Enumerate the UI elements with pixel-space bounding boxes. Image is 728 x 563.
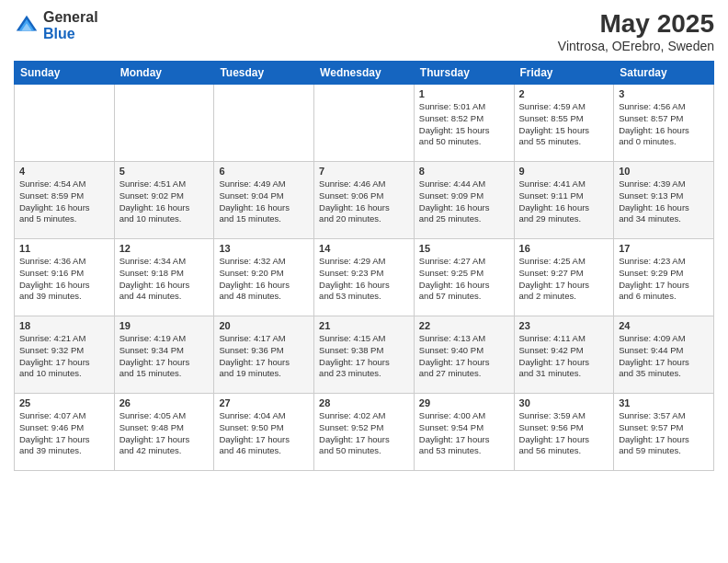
day-info: Sunrise: 4:04 AM Sunset: 9:50 PM Dayligh… [219,410,309,457]
day-info: Sunrise: 3:59 AM Sunset: 9:56 PM Dayligh… [519,410,609,457]
day-number: 2 [519,88,609,99]
calendar-cell-w1-d4: 1Sunrise: 5:01 AM Sunset: 8:52 PM Daylig… [414,85,514,162]
calendar-cell-w2-d1: 5Sunrise: 4:51 AM Sunset: 9:02 PM Daylig… [114,162,214,239]
calendar-cell-w1-d6: 3Sunrise: 4:56 AM Sunset: 8:57 PM Daylig… [614,85,714,162]
calendar-cell-w3-d3: 14Sunrise: 4:29 AM Sunset: 9:23 PM Dayli… [314,239,415,316]
day-number: 20 [219,320,309,331]
calendar-cell-w4-d5: 23Sunrise: 4:11 AM Sunset: 9:42 PM Dayli… [514,316,614,394]
day-info: Sunrise: 4:15 AM Sunset: 9:38 PM Dayligh… [319,333,409,380]
header: General Blue May 2025 Vintrosa, OErebro,… [14,9,714,53]
calendar-cell-w2-d4: 8Sunrise: 4:44 AM Sunset: 9:09 PM Daylig… [414,162,514,239]
day-info: Sunrise: 4:02 AM Sunset: 9:52 PM Dayligh… [319,410,409,457]
day-number: 15 [419,243,509,254]
calendar-page: General Blue May 2025 Vintrosa, OErebro,… [0,0,728,563]
calendar-cell-w5-d4: 29Sunrise: 4:00 AM Sunset: 9:54 PM Dayli… [414,394,514,471]
header-saturday: Saturday [614,62,714,85]
day-number: 30 [519,397,609,408]
day-number: 19 [119,320,210,331]
week-row-5: 25Sunrise: 4:07 AM Sunset: 9:46 PM Dayli… [15,394,714,471]
day-info: Sunrise: 4:21 AM Sunset: 9:32 PM Dayligh… [19,333,109,380]
calendar-cell-w2-d0: 4Sunrise: 4:54 AM Sunset: 8:59 PM Daylig… [15,162,115,239]
calendar-cell-w2-d3: 7Sunrise: 4:46 AM Sunset: 9:06 PM Daylig… [314,162,415,239]
day-info: Sunrise: 4:39 AM Sunset: 9:13 PM Dayligh… [619,178,709,225]
day-info: Sunrise: 4:17 AM Sunset: 9:36 PM Dayligh… [219,333,309,380]
day-info: Sunrise: 4:07 AM Sunset: 9:46 PM Dayligh… [19,410,109,457]
header-tuesday: Tuesday [214,62,314,85]
calendar-cell-w5-d6: 31Sunrise: 3:57 AM Sunset: 9:57 PM Dayli… [614,394,714,471]
header-friday: Friday [514,62,614,85]
day-number: 11 [19,243,109,254]
calendar-cell-w5-d2: 27Sunrise: 4:04 AM Sunset: 9:50 PM Dayli… [214,394,314,471]
calendar-title: May 2025 [558,9,714,39]
logo-general: General [43,9,98,26]
logo: General Blue [14,9,98,41]
calendar-cell-w5-d0: 25Sunrise: 4:07 AM Sunset: 9:46 PM Dayli… [15,394,115,471]
day-number: 16 [519,243,609,254]
day-info: Sunrise: 4:27 AM Sunset: 9:25 PM Dayligh… [419,256,509,303]
calendar-cell-w4-d3: 21Sunrise: 4:15 AM Sunset: 9:38 PM Dayli… [314,316,415,394]
day-info: Sunrise: 4:11 AM Sunset: 9:42 PM Dayligh… [519,333,609,380]
logo-icon [14,13,40,39]
day-info: Sunrise: 4:13 AM Sunset: 9:40 PM Dayligh… [419,333,509,380]
day-info: Sunrise: 4:00 AM Sunset: 9:54 PM Dayligh… [419,410,509,457]
calendar-cell-w1-d3 [314,85,415,162]
calendar-cell-w5-d3: 28Sunrise: 4:02 AM Sunset: 9:52 PM Dayli… [314,394,415,471]
day-info: Sunrise: 5:01 AM Sunset: 8:52 PM Dayligh… [419,101,509,148]
day-number: 17 [619,243,709,254]
day-number: 25 [19,397,109,408]
day-number: 9 [519,166,609,177]
day-info: Sunrise: 4:36 AM Sunset: 9:16 PM Dayligh… [19,256,109,303]
day-number: 23 [519,320,609,331]
week-row-2: 4Sunrise: 4:54 AM Sunset: 8:59 PM Daylig… [15,162,714,239]
calendar-cell-w3-d5: 16Sunrise: 4:25 AM Sunset: 9:27 PM Dayli… [514,239,614,316]
calendar-cell-w2-d6: 10Sunrise: 4:39 AM Sunset: 9:13 PM Dayli… [614,162,714,239]
day-info: Sunrise: 4:29 AM Sunset: 9:23 PM Dayligh… [319,256,409,303]
day-number: 21 [319,320,409,331]
day-number: 3 [619,88,709,99]
day-number: 4 [19,166,109,177]
week-row-4: 18Sunrise: 4:21 AM Sunset: 9:32 PM Dayli… [15,316,714,394]
day-number: 28 [319,397,409,408]
day-info: Sunrise: 4:32 AM Sunset: 9:20 PM Dayligh… [219,256,309,303]
calendar-cell-w2-d2: 6Sunrise: 4:49 AM Sunset: 9:04 PM Daylig… [214,162,314,239]
day-info: Sunrise: 4:23 AM Sunset: 9:29 PM Dayligh… [619,256,709,303]
day-number: 5 [119,166,210,177]
calendar-cell-w5-d1: 26Sunrise: 4:05 AM Sunset: 9:48 PM Dayli… [114,394,214,471]
day-info: Sunrise: 4:19 AM Sunset: 9:34 PM Dayligh… [119,333,210,380]
calendar-cell-w1-d2 [214,85,314,162]
day-number: 6 [219,166,309,177]
calendar-subtitle: Vintrosa, OErebro, Sweden [558,39,714,53]
title-block: May 2025 Vintrosa, OErebro, Sweden [558,9,714,53]
day-number: 10 [619,166,709,177]
day-info: Sunrise: 4:56 AM Sunset: 8:57 PM Dayligh… [619,101,709,148]
logo-blue: Blue [43,26,98,42]
calendar-cell-w4-d4: 22Sunrise: 4:13 AM Sunset: 9:40 PM Dayli… [414,316,514,394]
calendar-cell-w5-d5: 30Sunrise: 3:59 AM Sunset: 9:56 PM Dayli… [514,394,614,471]
day-number: 24 [619,320,709,331]
calendar-cell-w3-d4: 15Sunrise: 4:27 AM Sunset: 9:25 PM Dayli… [414,239,514,316]
header-wednesday: Wednesday [314,62,415,85]
day-number: 31 [619,397,709,408]
header-monday: Monday [114,62,214,85]
day-info: Sunrise: 4:59 AM Sunset: 8:55 PM Dayligh… [519,101,609,148]
calendar-cell-w4-d2: 20Sunrise: 4:17 AM Sunset: 9:36 PM Dayli… [214,316,314,394]
day-number: 12 [119,243,210,254]
calendar-cell-w4-d0: 18Sunrise: 4:21 AM Sunset: 9:32 PM Dayli… [15,316,115,394]
day-info: Sunrise: 4:09 AM Sunset: 9:44 PM Dayligh… [619,333,709,380]
day-info: Sunrise: 4:34 AM Sunset: 9:18 PM Dayligh… [119,256,210,303]
calendar-cell-w3-d2: 13Sunrise: 4:32 AM Sunset: 9:20 PM Dayli… [214,239,314,316]
calendar-table: Sunday Monday Tuesday Wednesday Thursday… [14,61,714,471]
header-sunday: Sunday [15,62,115,85]
day-info: Sunrise: 4:46 AM Sunset: 9:06 PM Dayligh… [319,178,409,225]
week-row-3: 11Sunrise: 4:36 AM Sunset: 9:16 PM Dayli… [15,239,714,316]
day-info: Sunrise: 4:05 AM Sunset: 9:48 PM Dayligh… [119,410,210,457]
day-number: 13 [219,243,309,254]
day-number: 27 [219,397,309,408]
day-info: Sunrise: 4:25 AM Sunset: 9:27 PM Dayligh… [519,256,609,303]
calendar-cell-w2-d5: 9Sunrise: 4:41 AM Sunset: 9:11 PM Daylig… [514,162,614,239]
calendar-cell-w4-d1: 19Sunrise: 4:19 AM Sunset: 9:34 PM Dayli… [114,316,214,394]
logo-text: General Blue [43,9,98,41]
day-info: Sunrise: 3:57 AM Sunset: 9:57 PM Dayligh… [619,410,709,457]
header-thursday: Thursday [414,62,514,85]
day-number: 7 [319,166,409,177]
